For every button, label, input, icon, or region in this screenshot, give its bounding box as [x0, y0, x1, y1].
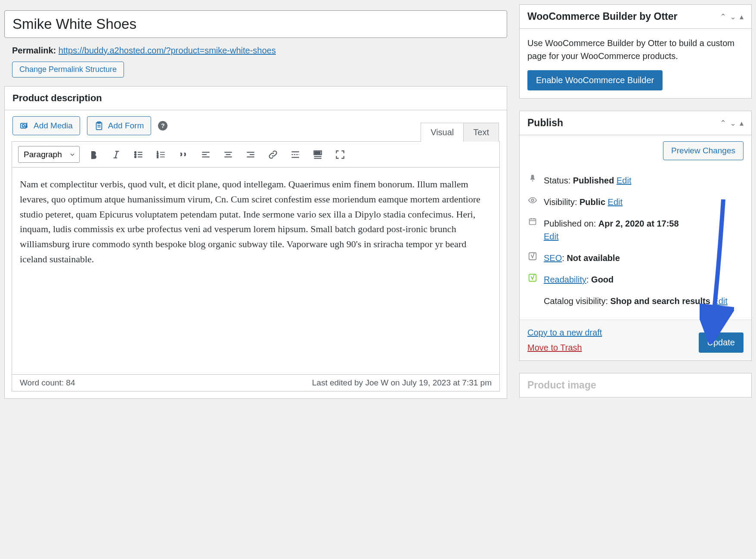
italic-button[interactable]	[108, 146, 124, 163]
bullet-list-button[interactable]	[130, 146, 147, 163]
yoast-seo-icon	[527, 252, 538, 261]
blockquote-button[interactable]	[175, 146, 192, 163]
svg-rect-37	[319, 152, 320, 153]
edit-status-link[interactable]: Edit	[617, 176, 631, 185]
svg-rect-36	[317, 152, 318, 153]
published-on-label: Published on:	[544, 219, 596, 228]
panel-down-icon[interactable]: ⌄	[730, 12, 736, 22]
change-permalink-button[interactable]: Change Permalink Structure	[12, 62, 124, 78]
publish-title: Publish	[527, 117, 563, 129]
edit-published-link[interactable]: Edit	[544, 232, 558, 241]
svg-point-2	[25, 126, 27, 127]
panel-down-icon[interactable]: ⌄	[730, 118, 736, 128]
tab-text[interactable]: Text	[464, 123, 499, 142]
edit-catalog-link[interactable]: Edit	[713, 296, 727, 306]
bold-button[interactable]	[86, 146, 102, 163]
add-form-button[interactable]: Add Form	[87, 116, 151, 135]
panel-up-icon[interactable]: ⌃	[720, 12, 726, 22]
add-form-label: Add Form	[108, 121, 144, 130]
format-select[interactable]: Paragraph	[18, 146, 80, 163]
svg-rect-35	[315, 152, 316, 153]
fullscreen-button[interactable]	[332, 146, 348, 163]
read-more-button[interactable]	[287, 146, 304, 163]
svg-point-14	[135, 156, 136, 157]
editor-content[interactable]: Nam et complectitur verbis, quod vult, e…	[12, 168, 499, 374]
move-to-trash-link[interactable]: Move to Trash	[527, 343, 602, 353]
camera-music-icon	[20, 121, 29, 130]
svg-rect-45	[529, 253, 536, 260]
published-on-value: Apr 2, 2020 at 17:58	[598, 219, 679, 228]
permalink-url[interactable]: https://buddy.a2hosted.com/?product=smik…	[59, 46, 276, 55]
align-center-button[interactable]	[220, 146, 236, 163]
svg-rect-46	[529, 274, 536, 282]
readability-value: Good	[591, 275, 613, 284]
visibility-label: Visibility:	[544, 197, 577, 207]
svg-point-40	[531, 199, 534, 202]
help-icon[interactable]: ?	[158, 121, 167, 130]
product-image-panel: Product image	[519, 373, 752, 398]
editor-footer: Word count: 84 Last edited by Joe W on J…	[12, 375, 500, 391]
last-edited: Last edited by Joe W on July 19, 2023 at…	[312, 378, 492, 388]
permalink-row: Permalink: https://buddy.a2hosted.com/?p…	[12, 46, 507, 56]
add-media-label: Add Media	[34, 121, 73, 130]
status-value: Published	[573, 176, 614, 185]
add-media-button[interactable]: Add Media	[12, 116, 80, 135]
visibility-value: Public	[579, 197, 605, 207]
svg-point-12	[135, 154, 136, 155]
enable-otter-button[interactable]: Enable WooCommerce Builder	[527, 70, 663, 90]
align-right-button[interactable]	[242, 146, 259, 163]
seo-value: Not available	[567, 253, 620, 263]
pin-icon	[527, 174, 538, 183]
link-button[interactable]	[265, 146, 281, 163]
publish-panel: Publish ⌃ ⌄ ▴ Preview Changes Status: Pu…	[519, 111, 752, 361]
catalog-label: Catalog visibility:	[544, 296, 608, 306]
otter-description: Use WooCommerce Builder by Otter to buil…	[527, 37, 744, 62]
product-title-input[interactable]	[4, 10, 507, 38]
calendar-icon	[527, 217, 538, 226]
status-label: Status:	[544, 176, 570, 185]
panel-up-icon[interactable]: ⌃	[720, 118, 726, 128]
preview-changes-button[interactable]: Preview Changes	[663, 141, 744, 160]
edit-visibility-link[interactable]: Edit	[608, 197, 623, 207]
copy-draft-link[interactable]: Copy to a new draft	[527, 328, 602, 338]
numbered-list-button[interactable]: 123	[153, 146, 169, 163]
align-left-button[interactable]	[198, 146, 214, 163]
panel-toggle-icon[interactable]: ▴	[740, 12, 744, 22]
readability-link[interactable]: Readability	[544, 275, 586, 284]
svg-rect-0	[21, 124, 26, 128]
yoast-readability-icon	[527, 273, 538, 283]
otter-builder-panel: WooCommerce Builder by Otter ⌃ ⌄ ▴ Use W…	[519, 4, 752, 99]
svg-rect-41	[530, 219, 536, 224]
editor-toolbar: Paragraph 123	[12, 142, 499, 168]
tab-visual[interactable]: Visual	[421, 123, 464, 142]
product-description-panel: Product description Add Media Add Form ?…	[4, 86, 507, 399]
toolbar-toggle-button[interactable]	[310, 146, 326, 163]
svg-text:3: 3	[157, 155, 158, 158]
product-image-title: Product image	[527, 379, 596, 391]
editor-mode-tabs: Visual Text	[421, 123, 499, 142]
clipboard-icon	[94, 121, 104, 130]
update-button[interactable]: Update	[699, 332, 744, 353]
permalink-label: Permalink:	[12, 46, 56, 55]
svg-point-10	[135, 151, 136, 152]
panel-toggle-icon[interactable]: ▴	[740, 118, 744, 128]
seo-link[interactable]: SEO	[544, 253, 562, 263]
eye-icon	[527, 196, 538, 205]
otter-title: WooCommerce Builder by Otter	[527, 11, 677, 22]
svg-line-7	[115, 151, 117, 158]
catalog-value: Shop and search results	[610, 296, 710, 306]
svg-point-1	[22, 124, 25, 127]
product-description-title: Product description	[12, 93, 102, 104]
word-count: Word count: 84	[20, 378, 75, 388]
